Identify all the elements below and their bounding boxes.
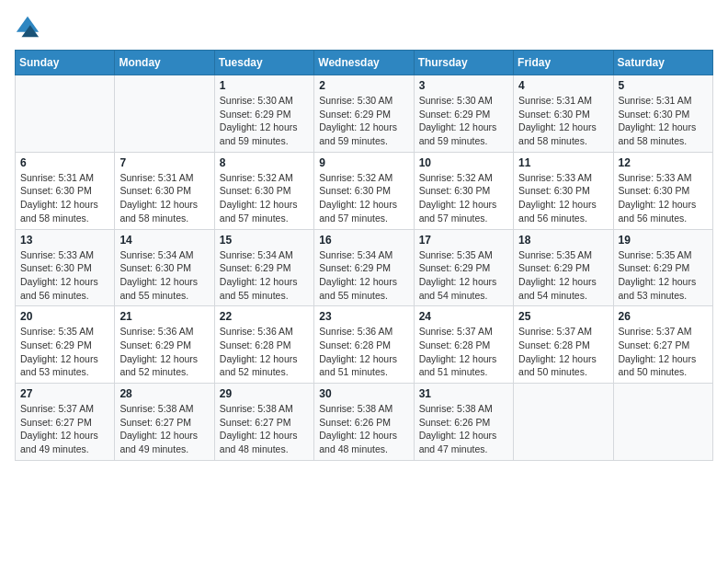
week-row-1: 1Sunrise: 5:30 AMSunset: 6:29 PMDaylight… <box>16 75 713 153</box>
day-number: 9 <box>319 156 408 169</box>
day-info: Sunrise: 5:31 AMSunset: 6:30 PMDaylight:… <box>119 171 209 225</box>
calendar-cell: 30Sunrise: 5:38 AMSunset: 6:26 PMDayligh… <box>314 384 414 461</box>
day-number: 11 <box>518 156 608 169</box>
calendar-cell: 23Sunrise: 5:36 AMSunset: 6:28 PMDayligh… <box>314 306 414 384</box>
day-info: Sunrise: 5:36 AMSunset: 6:29 PMDaylight:… <box>119 325 209 379</box>
day-info: Sunrise: 5:37 AMSunset: 6:28 PMDaylight:… <box>518 325 608 379</box>
day-number: 4 <box>518 79 608 92</box>
day-info: Sunrise: 5:33 AMSunset: 6:30 PMDaylight:… <box>619 171 708 225</box>
calendar-cell: 9Sunrise: 5:32 AMSunset: 6:30 PMDaylight… <box>314 152 414 229</box>
day-info: Sunrise: 5:35 AMSunset: 6:29 PMDaylight:… <box>619 248 708 303</box>
day-info: Sunrise: 5:33 AMSunset: 6:30 PMDaylight:… <box>20 248 109 303</box>
calendar-cell: 6Sunrise: 5:31 AMSunset: 6:30 PMDaylight… <box>16 152 115 229</box>
day-number: 24 <box>419 310 508 323</box>
day-number: 7 <box>119 156 209 169</box>
day-info: Sunrise: 5:33 AMSunset: 6:30 PMDaylight:… <box>518 171 608 225</box>
weekday-header-wednesday: Wednesday <box>314 51 414 75</box>
day-number: 28 <box>119 387 209 400</box>
weekday-header-friday: Friday <box>514 51 613 75</box>
calendar-cell: 26Sunrise: 5:37 AMSunset: 6:27 PMDayligh… <box>613 306 712 384</box>
day-number: 1 <box>220 79 309 92</box>
day-info: Sunrise: 5:32 AMSunset: 6:30 PMDaylight:… <box>319 171 408 225</box>
calendar-cell: 5Sunrise: 5:31 AMSunset: 6:30 PMDaylight… <box>613 75 712 153</box>
day-info: Sunrise: 5:37 AMSunset: 6:28 PMDaylight:… <box>419 325 508 379</box>
day-info: Sunrise: 5:34 AMSunset: 6:29 PMDaylight:… <box>319 248 408 303</box>
page-header <box>15 15 713 40</box>
calendar-cell: 16Sunrise: 5:34 AMSunset: 6:29 PMDayligh… <box>314 229 414 306</box>
day-number: 16 <box>319 234 408 247</box>
weekday-header-sunday: Sunday <box>16 51 115 75</box>
day-info: Sunrise: 5:35 AMSunset: 6:29 PMDaylight:… <box>518 248 608 303</box>
calendar-cell: 8Sunrise: 5:32 AMSunset: 6:30 PMDaylight… <box>214 152 313 229</box>
calendar-cell: 21Sunrise: 5:36 AMSunset: 6:29 PMDayligh… <box>115 306 214 384</box>
day-number: 25 <box>518 310 608 323</box>
day-info: Sunrise: 5:31 AMSunset: 6:30 PMDaylight:… <box>619 94 708 148</box>
day-info: Sunrise: 5:38 AMSunset: 6:26 PMDaylight:… <box>319 402 408 456</box>
calendar-cell: 2Sunrise: 5:30 AMSunset: 6:29 PMDaylight… <box>314 75 414 153</box>
calendar-cell: 22Sunrise: 5:36 AMSunset: 6:28 PMDayligh… <box>214 306 313 384</box>
day-info: Sunrise: 5:30 AMSunset: 6:29 PMDaylight:… <box>220 94 309 148</box>
day-number: 2 <box>319 79 408 92</box>
calendar-cell <box>613 384 712 461</box>
calendar-cell: 4Sunrise: 5:31 AMSunset: 6:30 PMDaylight… <box>514 75 613 153</box>
day-info: Sunrise: 5:38 AMSunset: 6:27 PMDaylight:… <box>119 402 209 456</box>
weekday-header-saturday: Saturday <box>613 51 712 75</box>
calendar-cell <box>115 75 214 153</box>
day-number: 10 <box>419 156 508 169</box>
day-number: 8 <box>220 156 309 169</box>
day-number: 12 <box>619 156 708 169</box>
calendar-cell <box>16 75 115 153</box>
day-number: 15 <box>220 234 309 247</box>
calendar-cell: 18Sunrise: 5:35 AMSunset: 6:29 PMDayligh… <box>514 229 613 306</box>
day-number: 26 <box>619 310 708 323</box>
calendar-cell: 1Sunrise: 5:30 AMSunset: 6:29 PMDaylight… <box>214 75 313 153</box>
calendar-cell: 15Sunrise: 5:34 AMSunset: 6:29 PMDayligh… <box>214 229 313 306</box>
day-number: 21 <box>119 310 209 323</box>
calendar-cell: 27Sunrise: 5:37 AMSunset: 6:27 PMDayligh… <box>16 384 115 461</box>
calendar-cell: 31Sunrise: 5:38 AMSunset: 6:26 PMDayligh… <box>414 384 513 461</box>
calendar-cell: 7Sunrise: 5:31 AMSunset: 6:30 PMDaylight… <box>115 152 214 229</box>
day-info: Sunrise: 5:38 AMSunset: 6:27 PMDaylight:… <box>220 402 309 456</box>
day-number: 6 <box>20 156 109 169</box>
day-info: Sunrise: 5:34 AMSunset: 6:29 PMDaylight:… <box>220 248 309 303</box>
day-number: 14 <box>119 234 209 247</box>
day-info: Sunrise: 5:35 AMSunset: 6:29 PMDaylight:… <box>419 248 508 303</box>
weekday-header-thursday: Thursday <box>414 51 513 75</box>
calendar-header: SundayMondayTuesdayWednesdayThursdayFrid… <box>16 51 713 75</box>
week-row-4: 20Sunrise: 5:35 AMSunset: 6:29 PMDayligh… <box>16 306 713 384</box>
day-number: 5 <box>619 79 708 92</box>
day-number: 22 <box>220 310 309 323</box>
day-number: 31 <box>419 387 508 400</box>
calendar-cell: 25Sunrise: 5:37 AMSunset: 6:28 PMDayligh… <box>514 306 613 384</box>
week-row-3: 13Sunrise: 5:33 AMSunset: 6:30 PMDayligh… <box>16 229 713 306</box>
week-row-2: 6Sunrise: 5:31 AMSunset: 6:30 PMDaylight… <box>16 152 713 229</box>
weekday-header-row: SundayMondayTuesdayWednesdayThursdayFrid… <box>16 51 713 75</box>
logo <box>15 15 44 40</box>
day-info: Sunrise: 5:30 AMSunset: 6:29 PMDaylight:… <box>319 94 408 148</box>
calendar-cell: 11Sunrise: 5:33 AMSunset: 6:30 PMDayligh… <box>514 152 613 229</box>
calendar-cell: 20Sunrise: 5:35 AMSunset: 6:29 PMDayligh… <box>16 306 115 384</box>
day-info: Sunrise: 5:32 AMSunset: 6:30 PMDaylight:… <box>419 171 508 225</box>
day-number: 27 <box>20 387 109 400</box>
day-number: 30 <box>319 387 408 400</box>
calendar-cell: 17Sunrise: 5:35 AMSunset: 6:29 PMDayligh… <box>414 229 513 306</box>
day-number: 13 <box>20 234 109 247</box>
day-number: 3 <box>419 79 508 92</box>
calendar-cell: 3Sunrise: 5:30 AMSunset: 6:29 PMDaylight… <box>414 75 513 153</box>
day-number: 23 <box>319 310 408 323</box>
calendar-table: SundayMondayTuesdayWednesdayThursdayFrid… <box>15 50 713 461</box>
day-info: Sunrise: 5:35 AMSunset: 6:29 PMDaylight:… <box>20 325 109 379</box>
calendar-body: 1Sunrise: 5:30 AMSunset: 6:29 PMDaylight… <box>16 75 713 461</box>
weekday-header-tuesday: Tuesday <box>214 51 313 75</box>
calendar-cell: 19Sunrise: 5:35 AMSunset: 6:29 PMDayligh… <box>613 229 712 306</box>
day-info: Sunrise: 5:37 AMSunset: 6:27 PMDaylight:… <box>20 402 109 456</box>
weekday-header-monday: Monday <box>115 51 214 75</box>
calendar-cell: 29Sunrise: 5:38 AMSunset: 6:27 PMDayligh… <box>214 384 313 461</box>
day-number: 17 <box>419 234 508 247</box>
calendar-cell <box>514 384 613 461</box>
logo-icon <box>15 15 40 40</box>
calendar-cell: 13Sunrise: 5:33 AMSunset: 6:30 PMDayligh… <box>16 229 115 306</box>
day-info: Sunrise: 5:30 AMSunset: 6:29 PMDaylight:… <box>419 94 508 148</box>
calendar-cell: 14Sunrise: 5:34 AMSunset: 6:30 PMDayligh… <box>115 229 214 306</box>
week-row-5: 27Sunrise: 5:37 AMSunset: 6:27 PMDayligh… <box>16 384 713 461</box>
